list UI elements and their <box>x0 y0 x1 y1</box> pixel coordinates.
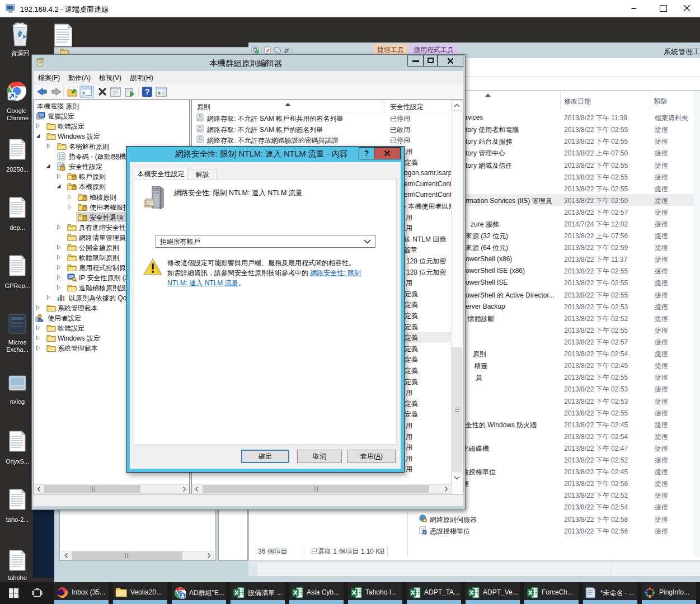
svg-text:010: 010 <box>198 129 203 131</box>
svg-text:010: 010 <box>198 139 203 142</box>
svg-text:?: ? <box>145 87 150 96</box>
svg-text:010: 010 <box>198 117 203 120</box>
